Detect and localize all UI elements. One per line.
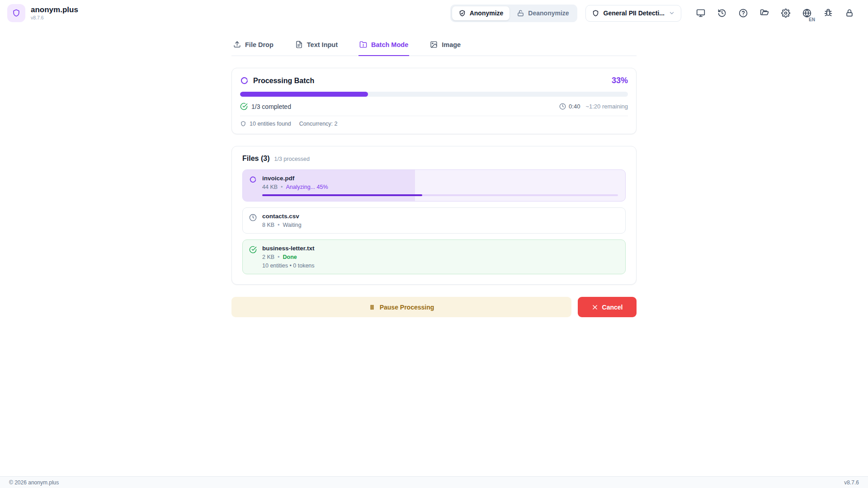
file-progress-fill	[262, 194, 422, 196]
separator-dot	[278, 222, 279, 228]
tab-text-input[interactable]: Text Input	[294, 36, 339, 56]
entities-found-label: 10 entities found	[250, 121, 291, 127]
unlock-icon	[517, 9, 524, 17]
file-size: 44 KB	[262, 184, 278, 190]
footer: © 2026 anonym.plus v8.7.6	[0, 476, 868, 488]
shield-icon	[240, 121, 246, 127]
image-icon	[430, 41, 438, 48]
globe-icon	[802, 9, 811, 18]
cancel-button[interactable]: Cancel	[578, 297, 637, 317]
shield-check-icon	[458, 9, 466, 17]
tab-text-input-label: Text Input	[307, 41, 338, 48]
mode-toggle: Anonymize Deanonymize	[450, 5, 577, 22]
pause-processing-button[interactable]: Pause Processing	[231, 297, 571, 317]
tab-batch-mode[interactable]: Batch Mode	[359, 36, 409, 56]
top-bar: anonym.plus v8.7.6 Anonymize Deanonymize	[0, 0, 868, 26]
help-button[interactable]	[735, 5, 752, 22]
file-progress-bar	[262, 194, 618, 196]
file-status: Analyzing... 45%	[286, 184, 328, 190]
files-card: Files (3) 1/3 processed invoice.pdf 44 K…	[231, 146, 637, 285]
file-status: Done	[283, 254, 297, 260]
batch-progress-fill	[240, 92, 368, 97]
app-logo	[7, 4, 25, 22]
lock-button[interactable]	[841, 5, 858, 22]
top-bar-actions: Anonymize Deanonymize General PII Detect…	[450, 5, 858, 22]
clock-icon	[559, 103, 566, 110]
language-button[interactable]: EN	[798, 5, 816, 22]
folder-open-icon	[760, 9, 769, 18]
pause-label: Pause Processing	[380, 304, 434, 311]
spinner-icon	[240, 76, 249, 85]
main-content: File Drop Text Input Batch Mode Image	[231, 26, 637, 317]
check-circle-icon	[240, 103, 248, 110]
batch-title: Processing Batch	[253, 77, 314, 85]
file-status: Waiting	[283, 222, 302, 228]
shield-icon	[12, 9, 21, 18]
spinner-icon	[249, 176, 257, 196]
separator-dot	[278, 254, 279, 260]
tab-file-drop-label: File Drop	[245, 41, 274, 48]
files-title: Files (3)	[242, 155, 269, 163]
debug-button[interactable]	[820, 5, 837, 22]
monitor-icon	[696, 9, 705, 18]
file-size: 8 KB	[262, 222, 274, 228]
file-size: 2 KB	[262, 254, 274, 260]
tab-batch-mode-label: Batch Mode	[371, 41, 408, 48]
gear-icon	[781, 9, 790, 18]
open-session-button[interactable]	[756, 5, 773, 22]
files-processed-label: 1/3 processed	[274, 156, 310, 162]
batch-progress-bar	[240, 92, 628, 97]
separator-dot	[281, 184, 283, 190]
processing-batch-card: Processing Batch 33% 1/3 completed 0:40 …	[231, 68, 637, 134]
display-button[interactable]	[692, 5, 709, 22]
pause-icon	[369, 304, 375, 310]
bug-icon	[824, 9, 833, 18]
file-row-business-letter: business-letter.txt 2 KB Done 10 entitie…	[242, 239, 626, 274]
file-name: business-letter.txt	[262, 245, 618, 252]
close-icon	[592, 304, 598, 310]
batch-remaining-time: ~1:20 remaining	[585, 103, 628, 110]
batch-completed-label: 1/3 completed	[251, 103, 291, 110]
brand: anonym.plus v8.7.6	[7, 4, 78, 22]
batch-folder-icon	[359, 41, 367, 48]
clock-icon	[249, 214, 257, 228]
history-button[interactable]	[713, 5, 731, 22]
detection-profile-label: General PII Detecti...	[604, 9, 665, 17]
shield-icon	[592, 9, 599, 17]
history-icon	[717, 9, 726, 18]
tab-image[interactable]: Image	[429, 36, 462, 56]
app-version: v8.7.6	[31, 15, 78, 20]
concurrency-label: Concurrency: 2	[299, 121, 338, 127]
mode-tabs: File Drop Text Input Batch Mode Image	[231, 36, 637, 56]
file-row-contacts: contacts.csv 8 KB Waiting	[242, 207, 626, 234]
upload-icon	[233, 41, 241, 48]
cancel-label: Cancel	[602, 304, 623, 311]
detection-profile-dropdown[interactable]: General PII Detecti...	[585, 5, 681, 22]
batch-elapsed-time: 0:40	[569, 103, 580, 110]
help-circle-icon	[739, 9, 748, 18]
file-entities-detail: 10 entities • 0 tokens	[262, 263, 618, 269]
footer-copyright: © 2026 anonym.plus	[9, 479, 59, 486]
batch-percent: 33%	[612, 76, 628, 85]
anonymize-label: Anonymize	[470, 9, 504, 17]
check-circle-icon	[249, 246, 257, 269]
tab-file-drop[interactable]: File Drop	[232, 36, 274, 56]
utility-icon-row: EN	[692, 5, 858, 22]
file-row-invoice: invoice.pdf 44 KB Analyzing... 45%	[242, 169, 626, 202]
app-title: anonym.plus	[31, 6, 78, 14]
anonymize-mode-button[interactable]: Anonymize	[452, 6, 510, 20]
lock-icon	[845, 9, 854, 18]
tab-image-label: Image	[442, 41, 461, 48]
footer-version: v8.7.6	[844, 479, 859, 486]
file-name: contacts.csv	[262, 213, 618, 220]
language-badge: EN	[809, 17, 815, 22]
chevron-down-icon	[669, 10, 675, 16]
document-icon	[295, 41, 303, 48]
batch-actions: Pause Processing Cancel	[231, 297, 637, 317]
deanonymize-label: Deanonymize	[528, 9, 569, 17]
deanonymize-mode-button[interactable]: Deanonymize	[510, 6, 575, 20]
file-name: invoice.pdf	[262, 175, 618, 182]
settings-button[interactable]	[777, 5, 794, 22]
